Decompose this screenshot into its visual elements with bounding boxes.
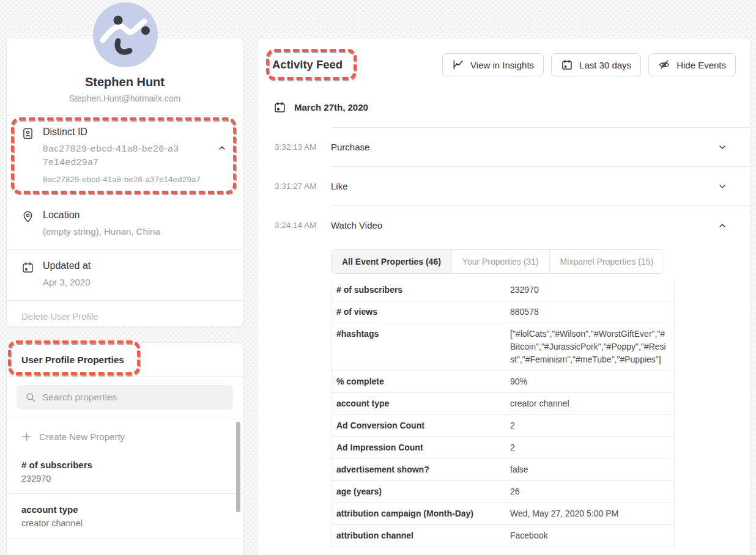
distinct-id-sub-value: 8ac27829-ebcd-41a8-be26-a37e14ed29a7 [43,175,228,184]
date-header: March 27th, 2020 [258,76,750,114]
tab-your-properties[interactable]: Your Properties (31) [452,250,550,273]
tab-mixpanel-properties[interactable]: Mixpanel Properties (15) [550,250,664,273]
event-properties-table: # of subscribers 232970 # of views 88057… [331,279,675,547]
divider [7,376,243,377]
property-key: age (years) [332,485,504,498]
event-name: Purchase [331,142,369,152]
property-value: Wed, May 27, 2020 5:00 PM [504,507,674,520]
eye-slash-icon [658,59,670,71]
event-name: Watch Video [331,220,382,230]
plus-icon [21,432,32,442]
property-name: account type [21,504,228,515]
property-value: ["#lolCats","#Wilson","#WorstGiftEver","… [504,328,674,366]
property-value: false [504,463,674,476]
property-key: # of subscribers [332,284,504,296]
delete-user-profile-button[interactable]: Delete User Profile [7,301,243,332]
property-key: # of views [332,306,504,318]
table-row: attribution channel Facebook [332,525,674,547]
search-icon [25,392,36,403]
search-properties-input[interactable] [42,392,224,403]
calendar-icon [21,261,35,289]
property-key: attribution campaign (Month-Day) [332,507,504,520]
divider [7,538,243,538]
view-in-insights-button[interactable]: View in Insights [442,53,544,76]
property-value: creator channel [21,518,228,528]
updated-at-label: Updated at [43,260,228,271]
event-time: 3:31:27 AM [275,182,326,191]
date-header-label: March 27th, 2020 [294,102,368,112]
property-value: 880578 [504,306,674,318]
profile-name: Stephen Hunt [21,75,228,89]
hide-events-label: Hide Events [676,60,726,70]
property-key: attribution channel [332,529,504,542]
chevron-down-icon[interactable] [717,182,727,191]
property-value: 26 [504,485,674,498]
updated-at-section: Updated at Apr 3, 2020 [7,250,243,300]
calendar-icon [273,101,286,114]
line-chart-icon [452,59,464,71]
profile-card: Stephen Hunt Stephen.Hunt@hotmailx.com D… [6,38,243,327]
search-properties-box [17,385,233,410]
table-row: Ad Conversion Count 2 [332,415,674,437]
property-value: Facebook [504,529,674,542]
create-new-property-label: Create New Property [39,432,125,442]
date-range-label: Last 30 days [579,60,631,70]
user-profile-properties-card: User Profile Properties Create New Prop [6,342,243,555]
id-badge-icon [21,127,35,184]
properties-panel-title: User Profile Properties [21,355,228,366]
table-row: # of views 880578 [332,301,674,323]
property-value: 90% [504,375,674,388]
event-time: 3:24:14 AM [275,221,326,230]
event-time: 3:32:13 AM [275,142,326,152]
view-in-insights-label: View in Insights [470,60,534,70]
table-row: % complete 90% [332,371,674,393]
event-properties-tabs: All Event Properties (46) Your Propertie… [331,249,664,274]
location-label: Location [43,210,228,221]
distinct-id-value: 8ac27829-ebcd-41a8-be26-a37e14ed29a7 [43,142,182,169]
event-row-like[interactable]: 3:31:27 AM Like [258,167,750,205]
property-key: Ad Conversion Count [332,419,504,432]
chevron-up-icon[interactable] [217,143,228,154]
activity-feed-card: Activity Feed View in Insights [257,38,751,555]
table-row: Ad Impression Count 2 [332,437,674,459]
profile-email: Stephen.Hunt@hotmailx.com [21,94,228,103]
event-row-purchase[interactable]: 3:32:13 AM Purchase [258,128,750,166]
property-value: creator channel [504,397,674,410]
calendar-icon [561,59,573,71]
property-value: 232970 [21,474,228,483]
event-detail-panel: All Event Properties (46) Your Propertie… [331,249,675,547]
distinct-id-label: Distinct ID [43,127,228,138]
property-list-item[interactable]: # of subscribers 232970 [7,449,243,493]
property-key: account type [332,397,504,410]
tab-all-event-properties[interactable]: All Event Properties (46) [332,250,452,273]
property-list-item[interactable]: account type creator channel [7,494,243,538]
user-profile-page: Stephen Hunt Stephen.Hunt@hotmailx.com D… [0,0,756,555]
property-value: 2 [504,441,674,454]
updated-at-value: Apr 3, 2020 [43,276,228,289]
property-key: % complete [332,375,504,388]
properties-list: Create New Property # of subscribers 232… [7,419,243,538]
table-row: # of subscribers 232970 [332,279,674,301]
scrollbar-thumb[interactable] [236,422,240,512]
property-name: # of subscribers [21,460,228,470]
hide-events-button[interactable]: Hide Events [648,53,736,76]
table-row: attribution campaign (Month-Day) Wed, Ma… [332,503,674,525]
avatar [92,1,159,68]
event-row-watch-video[interactable]: 3:24:14 AM Watch Video [258,206,750,244]
location-value: (empty string), Hunan, China [43,225,228,238]
chart-smiley-avatar-icon [92,1,159,68]
property-key: advertisement shown? [332,463,504,476]
table-row: age (years) 26 [332,481,674,503]
create-new-property-button[interactable]: Create New Property [7,419,243,449]
property-value: 232970 [504,284,674,296]
table-row: #hashtags ["#lolCats","#Wilson","#WorstG… [332,323,674,371]
date-range-button[interactable]: Last 30 days [551,53,641,76]
chevron-down-icon[interactable] [717,142,727,152]
property-key: #hashtags [332,328,504,366]
location-section: Location (empty string), Hunan, China [7,199,243,249]
property-value: 2 [504,419,674,432]
chevron-up-icon[interactable] [717,221,727,230]
map-pin-icon [21,210,35,238]
event-name: Like [331,181,348,191]
table-row: account type creator channel [332,393,674,415]
